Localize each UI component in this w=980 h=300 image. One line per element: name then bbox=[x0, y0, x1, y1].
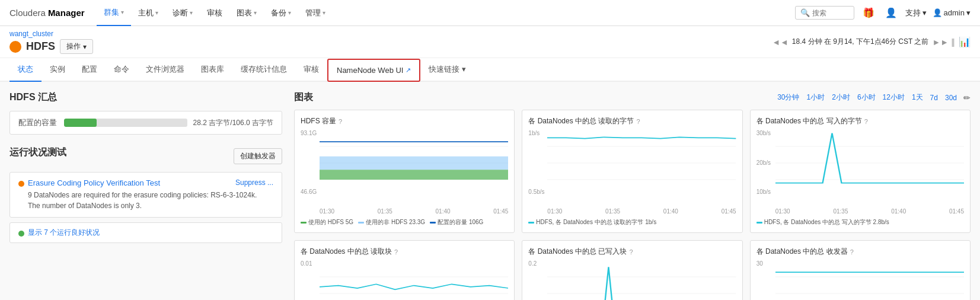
create-trigger-button[interactable]: 创建触发器 bbox=[234, 148, 282, 164]
good-health-link[interactable]: 显示 7 个运行良好状况 bbox=[28, 228, 100, 238]
legend-capacity: 配置的容量 106G bbox=[430, 218, 483, 226]
tab-cache-stats[interactable]: 缓存统计信息 bbox=[232, 58, 295, 82]
service-header-right: ◄◄ 18.4 分钟 在 9月14, 下午1点46分 CST 之前 ►► ‖ 📊 bbox=[772, 36, 971, 47]
caret-icon: ▾ bbox=[155, 9, 158, 16]
chart-datanodes-read-blocks-title: 各 DataNodes 中的总 读取块 ? bbox=[301, 247, 508, 257]
capacity-progress-fill bbox=[64, 119, 97, 127]
caret-icon: ▾ bbox=[462, 65, 466, 74]
legend-read-bytes: HDFS, 各 DataNodes 中的总 读取的字节 1b/s bbox=[528, 218, 656, 226]
tab-commands[interactable]: 命令 bbox=[106, 58, 138, 82]
person-icon[interactable]: 👤 bbox=[883, 5, 899, 21]
chart-icon[interactable]: 📊 bbox=[959, 36, 971, 47]
caret-icon: ▾ bbox=[121, 9, 124, 15]
right-panel: 图表 30分钟 1小时 2小时 6小时 12小时 1天 7d 30d ✏ HDF… bbox=[294, 91, 971, 300]
rewind-icon[interactable]: ◄◄ bbox=[772, 37, 789, 47]
charts-title: 图表 bbox=[294, 91, 313, 104]
nav-management[interactable]: 管理 ▾ bbox=[298, 0, 333, 26]
admin-menu[interactable]: 👤 admin ▾ bbox=[933, 8, 971, 17]
cluster-name-link[interactable]: wangt_cluster bbox=[9, 30, 93, 38]
search-input[interactable] bbox=[812, 9, 854, 17]
support-menu[interactable]: 支持 ▾ bbox=[905, 8, 927, 18]
time-btn-1d[interactable]: 1天 bbox=[909, 91, 926, 104]
time-btn-30min[interactable]: 30分钟 bbox=[774, 91, 802, 104]
left-panel: HDFS 汇总 配置的容量 28.2 吉字节/106.0 吉字节 运行状况测试 … bbox=[9, 91, 294, 300]
tab-namenode-webui[interactable]: NameNode Web UI ↗ bbox=[327, 59, 420, 82]
y-axis-labels: 93.1G 46.6G bbox=[301, 130, 320, 195]
hdfs-summary-title: HDFS 汇总 bbox=[9, 91, 282, 104]
search-box[interactable]: 🔍 bbox=[795, 6, 854, 20]
tab-status[interactable]: 状态 bbox=[9, 58, 42, 82]
caret-icon: ▾ bbox=[922, 8, 927, 17]
chart-datanodes-written-blocks: 各 DataNodes 中的总 已写入块 ? 0.2 bbox=[522, 240, 742, 300]
tab-chart-library[interactable]: 图表库 bbox=[193, 58, 232, 82]
charts-grid: HDFS 容量 ? 93.1G 46.6G bbox=[294, 110, 971, 300]
nav-charts[interactable]: 图表 ▾ bbox=[229, 0, 264, 26]
chart-datanodes-written-blocks-area: 0.2 bbox=[528, 260, 736, 300]
chart-datanodes-receivers-title: 各 DataNodes 中的总 收发器 ? bbox=[756, 247, 964, 257]
chart-svg bbox=[320, 260, 508, 300]
chart-datanodes-receivers-area: 30 20 bbox=[756, 260, 964, 300]
time-btn-7d[interactable]: 7d bbox=[927, 92, 941, 103]
health-header: 运行状况测试 创建触发器 bbox=[9, 146, 282, 166]
status-dot-green bbox=[18, 231, 24, 237]
svg-marker-4 bbox=[320, 170, 508, 180]
legend-nonhdfs-used: 使用的非 HDFS 23.3G bbox=[358, 218, 425, 226]
tab-file-browser[interactable]: 文件浏览器 bbox=[138, 58, 193, 82]
time-controls: 30分钟 1小时 2小时 6小时 12小时 1天 7d 30d ✏ bbox=[774, 91, 971, 104]
time-btn-30d[interactable]: 30d bbox=[942, 92, 960, 103]
search-icon: 🔍 bbox=[800, 8, 810, 17]
capacity-text: 28.2 吉字节/106.0 吉字节 bbox=[193, 118, 273, 128]
time-btn-2hr[interactable]: 2小时 bbox=[829, 91, 853, 104]
capacity-label: 配置的容量 bbox=[18, 117, 57, 128]
health-test-link[interactable]: Erasure Coding Policy Verification Test bbox=[28, 178, 160, 187]
legend-dot bbox=[301, 222, 307, 224]
external-link-icon: ↗ bbox=[406, 66, 411, 74]
help-icon[interactable]: ? bbox=[394, 248, 398, 256]
chart-hdfs-capacity: HDFS 容量 ? 93.1G 46.6G bbox=[294, 110, 515, 233]
y-axis-labels: 0.01 0.01 bbox=[301, 260, 320, 300]
nav-diagnostics[interactable]: 诊断 ▾ bbox=[165, 0, 200, 26]
service-title: HDFS 操作 ▾ bbox=[9, 39, 93, 54]
chart-svg bbox=[775, 130, 964, 196]
main-content: HDFS 汇总 配置的容量 28.2 吉字节/106.0 吉字节 运行状况测试 … bbox=[0, 82, 980, 300]
legend-dot bbox=[756, 222, 762, 224]
svg-marker-3 bbox=[320, 157, 508, 170]
tab-audit[interactable]: 审核 bbox=[295, 58, 327, 82]
x-axis-labels: 01:30 01:35 01:40 01:45 bbox=[756, 208, 964, 215]
good-health-card: 显示 7 个运行良好状况 bbox=[9, 222, 282, 243]
help-icon[interactable]: ? bbox=[629, 248, 633, 256]
help-icon[interactable]: ? bbox=[636, 118, 640, 125]
gift-icon[interactable]: 🎁 bbox=[860, 5, 877, 21]
help-icon[interactable]: ? bbox=[864, 118, 868, 125]
suppress-link[interactable]: Suppress ... bbox=[235, 178, 273, 187]
caret-icon: ▾ bbox=[288, 9, 291, 16]
tab-instances[interactable]: 实例 bbox=[42, 58, 74, 82]
tab-quick-links[interactable]: 快速链接 ▾ bbox=[420, 58, 474, 82]
help-icon[interactable]: ? bbox=[850, 248, 854, 256]
x-axis-labels: 01:30 01:35 01:40 01:45 bbox=[528, 208, 736, 215]
health-test-row: Erasure Coding Policy Verification Test … bbox=[18, 178, 273, 187]
time-btn-6hr[interactable]: 6小时 bbox=[854, 91, 879, 104]
time-btn-1hr[interactable]: 1小时 bbox=[804, 91, 828, 104]
edit-icon[interactable]: ✏ bbox=[963, 93, 971, 103]
nav-backup[interactable]: 备份 ▾ bbox=[264, 0, 298, 26]
forward-icon[interactable]: ►► ‖ bbox=[932, 37, 955, 47]
status-dot-orange bbox=[18, 181, 24, 187]
y-axis-labels: 30b/s 20b/s 10b/s bbox=[756, 130, 775, 195]
operations-button[interactable]: 操作 ▾ bbox=[60, 39, 93, 54]
help-icon[interactable]: ? bbox=[339, 118, 342, 125]
service-tabs: 状态 实例 配置 命令 文件浏览器 图表库 缓存统计信息 审核 NameNode… bbox=[0, 58, 980, 82]
charts-header: 图表 30分钟 1小时 2小时 6小时 12小时 1天 7d 30d ✏ bbox=[294, 91, 971, 104]
caret-icon: ▾ bbox=[83, 43, 87, 51]
tab-configuration[interactable]: 配置 bbox=[74, 58, 106, 82]
chart-datanodes-read-blocks-area: 0.01 0.01 bbox=[301, 260, 508, 300]
brand-cloudera: Cloudera bbox=[9, 8, 46, 18]
nav-hosts[interactable]: 主机 ▾ bbox=[131, 0, 165, 26]
chart-datanodes-read-area: 1b/s 0.5b/s bbox=[528, 130, 736, 207]
legend-write-bytes: HDFS, 各 DataNodes 中的总 写入的字节 2.8b/s bbox=[756, 218, 889, 226]
brand-logo: Cloudera Manager bbox=[9, 8, 85, 18]
chart-datanodes-receivers: 各 DataNodes 中的总 收发器 ? 30 20 bbox=[750, 240, 971, 300]
nav-audit[interactable]: 审核 bbox=[200, 0, 229, 26]
time-btn-12hr[interactable]: 12小时 bbox=[880, 91, 908, 104]
nav-clusters[interactable]: 群集 ▾ bbox=[97, 0, 131, 26]
